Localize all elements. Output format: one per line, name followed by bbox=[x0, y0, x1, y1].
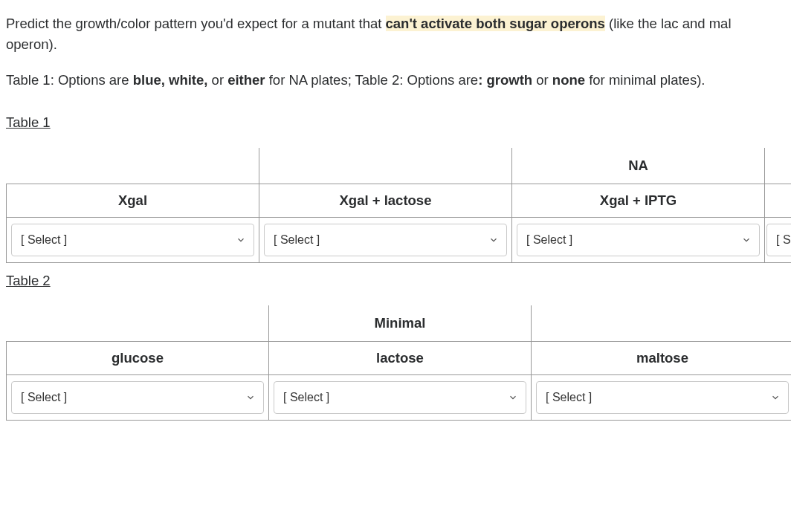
table1-select-xgal-iptg[interactable]: [ Select ] bbox=[517, 224, 760, 256]
chevron-down-icon bbox=[770, 392, 781, 403]
table2-label: Table 2 bbox=[6, 270, 51, 291]
table1-select-xgal-lactose[interactable]: [ Select ] bbox=[264, 224, 507, 256]
table1-select-cutoff[interactable]: [ S bbox=[766, 224, 791, 256]
question-paragraph-1: Predict the growth/color pattern you'd e… bbox=[6, 13, 785, 55]
table1-label: Table 1 bbox=[6, 112, 51, 133]
chevron-down-icon bbox=[236, 235, 246, 245]
highlighted-phrase: can't activate both sugar operons bbox=[386, 16, 605, 31]
chevron-down-icon bbox=[245, 392, 256, 403]
table1-col-xgal-lactose: Xgal + lactose bbox=[259, 184, 512, 217]
table2-select-maltose[interactable]: [ Select ] bbox=[536, 381, 789, 414]
table2-group-header: Minimal bbox=[269, 305, 532, 341]
table1-col-xgal: Xgal bbox=[7, 184, 259, 217]
question-paragraph-2: Table 1: Options are blue, white, or eit… bbox=[6, 70, 785, 91]
table1-group-header: NA bbox=[512, 148, 765, 184]
table2-col-maltose: maltose bbox=[532, 342, 792, 375]
table1: NA Xgal Xgal + lactose Xgal + IPTG [ Sel… bbox=[6, 148, 791, 263]
table2-select-glucose[interactable]: [ Select ] bbox=[11, 381, 264, 414]
table1-col-xgal-iptg: Xgal + IPTG bbox=[512, 184, 765, 217]
table2: Minimal glucose lactose maltose [ Select… bbox=[6, 305, 791, 421]
chevron-down-icon bbox=[508, 392, 518, 403]
table2-col-glucose: glucose bbox=[7, 342, 269, 375]
table1-select-xgal[interactable]: [ Select ] bbox=[11, 224, 254, 256]
table2-col-lactose: lactose bbox=[269, 342, 532, 375]
chevron-down-icon bbox=[488, 235, 499, 245]
table2-select-lactose[interactable]: [ Select ] bbox=[274, 381, 526, 414]
chevron-down-icon bbox=[741, 235, 752, 245]
